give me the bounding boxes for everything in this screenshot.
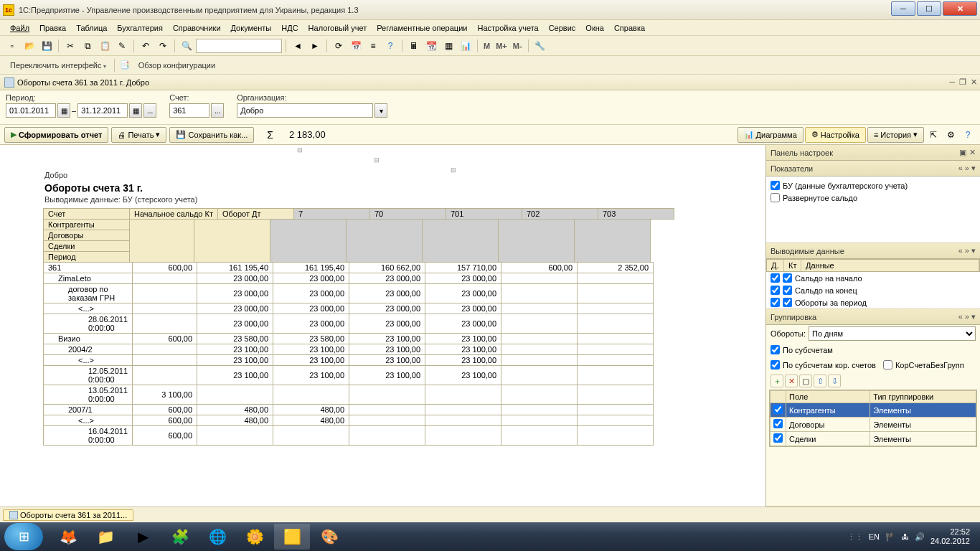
list-icon[interactable]: ≡ (365, 38, 381, 54)
doc-close-button[interactable]: ✕ (971, 77, 977, 87)
table-row[interactable]: 12.05.2011 0:00:0023 100,0023 100,0023 1… (44, 366, 654, 385)
indicator-expanded-check[interactable]: Развернутое сальдо (771, 192, 976, 204)
account-input[interactable] (169, 103, 209, 118)
menu-vat[interactable]: НДС (277, 22, 302, 34)
menu-catalogs[interactable]: Справочники (169, 22, 225, 34)
menu-setup[interactable]: Настройка учета (473, 22, 542, 34)
paste-icon[interactable]: 📋 (97, 38, 113, 54)
taskbar-chrome[interactable]: 🌐 (199, 524, 235, 550)
help-icon[interactable]: ? (382, 38, 398, 54)
taskbar-explorer[interactable]: 📁 (88, 524, 123, 550)
start-button[interactable]: ⊞ (4, 523, 43, 550)
org-input[interactable] (237, 103, 373, 118)
table-row[interactable]: 16.04.2011 0:00:00600,00 (44, 426, 654, 446)
tray-sound-icon[interactable]: 🔊 (915, 532, 925, 542)
review-config-link[interactable]: Обзор конфигурации (133, 60, 221, 71)
grouping-header[interactable]: Группировка« » ▾ (766, 309, 980, 325)
search-input[interactable] (196, 39, 282, 53)
colhdr-70[interactable]: 70 (370, 209, 446, 220)
table-row[interactable]: 13.05.2011 0:00:003 100,00 (44, 385, 654, 405)
taskbar-app-1[interactable]: 🦊 (50, 524, 86, 550)
taskbar-1c[interactable]: 🟨 (274, 524, 310, 550)
print-button[interactable]: 🖨 Печать ▾ (111, 127, 166, 143)
options-icon[interactable]: ⚙ (943, 127, 958, 143)
report-body-table[interactable]: 361600,00161 195,40161 195,40160 662,001… (43, 262, 654, 446)
grouping-grid[interactable]: ПолеТип группировки КонтрагентыЭлементы … (769, 390, 977, 447)
menu-file[interactable]: Файл (6, 22, 34, 34)
diagram-tab[interactable]: 📊 Диаграмма (738, 127, 804, 143)
cor-subaccounts-check[interactable]: По субсчетам кор. счетов (771, 359, 876, 371)
menu-help[interactable]: Справка (610, 22, 649, 34)
window-close-button[interactable]: ✕ (943, 1, 977, 16)
form-report-button[interactable]: ▶Сформировать отчет (4, 127, 108, 143)
table-row[interactable]: 2004/223 100,0023 100,0023 100,0023 100,… (44, 344, 654, 355)
period-from-input[interactable] (6, 103, 56, 118)
tray-flag-icon[interactable]: 🏴 (885, 532, 895, 542)
panel-close-icon[interactable]: ✕ (969, 148, 976, 157)
cor-nogroup-check[interactable]: КорСчетаБезГрупп (883, 359, 964, 371)
m-minus-button[interactable]: M- (511, 42, 524, 50)
tray-clock[interactable]: 22:5224.02.2012 (930, 527, 970, 546)
history-tab[interactable]: ≡ История ▾ (867, 127, 924, 143)
calc-icon[interactable]: 🖩 (406, 38, 422, 54)
refresh-icon[interactable]: ⟳ (331, 38, 347, 54)
wrench-icon[interactable]: 🔧 (532, 38, 548, 54)
panel-config-icon[interactable]: ▣ (959, 148, 966, 157)
taskbar-media[interactable]: ▶ (125, 524, 161, 550)
find-icon[interactable]: 🔍 (179, 38, 194, 54)
diagram-icon[interactable]: 📊 (458, 38, 473, 54)
fold-marker[interactable]: ⊟ (297, 146, 303, 154)
doc-minimize-button[interactable]: ─ (949, 77, 955, 87)
menu-table[interactable]: Таблица (72, 22, 111, 34)
menu-service[interactable]: Сервис (545, 22, 580, 34)
expand-icon[interactable]: ⇱ (925, 127, 941, 143)
data-row-end[interactable]: Сальдо на конец (771, 284, 976, 296)
delete-row-icon[interactable]: ✕ (785, 375, 798, 387)
tray-lang[interactable]: EN (869, 532, 880, 541)
tray-network-icon[interactable]: 🖧 (901, 532, 909, 541)
indicators-header[interactable]: Показатели« » ▾ (766, 161, 980, 176)
m-plus-button[interactable]: M+ (494, 42, 509, 50)
table-row[interactable]: 28.06.2011 0:00:0023 000,0023 000,0023 0… (44, 314, 654, 334)
date-icon[interactable]: 📆 (423, 38, 439, 54)
add-row-icon[interactable]: ＋ (771, 375, 783, 387)
table-row[interactable]: договор по заказам ГРН23 000,0023 000,00… (44, 284, 654, 303)
grid-icon[interactable]: ▦ (440, 38, 456, 54)
nav-back-icon[interactable]: ◄ (290, 38, 306, 54)
table-row[interactable]: Визио600,0023 580,0023 580,0023 100,0023… (44, 334, 654, 344)
menu-documents[interactable]: Документы (227, 22, 276, 34)
report-table[interactable]: Счет Начальное сальдо Кт Оборот Дт 7 70 … (43, 208, 674, 220)
data-row-period[interactable]: Обороты за период (771, 296, 976, 309)
window-tab[interactable]: Обороты счета 361 за 2011... (3, 509, 133, 521)
account-select-button[interactable]: ... (211, 103, 224, 118)
cut-icon[interactable]: ✂ (62, 38, 78, 54)
menu-tax[interactable]: Налоговый учет (304, 22, 372, 34)
org-dropdown-button[interactable]: ▾ (374, 103, 387, 118)
menu-edit[interactable]: Правка (35, 22, 70, 34)
period-from-picker-button[interactable]: ▦ (57, 103, 70, 118)
taskbar-paint[interactable]: 🎨 (311, 524, 347, 550)
colhdr-7[interactable]: 7 (294, 209, 370, 220)
menu-accounting[interactable]: Бухгалтерия (113, 22, 167, 34)
window-maximize-button[interactable]: ☐ (917, 1, 941, 16)
switch-interface-link[interactable]: Переключить интерфейс (4, 60, 112, 71)
move-down-icon[interactable]: ⇩ (828, 375, 841, 387)
doc-restore-button[interactable]: ❐ (959, 77, 966, 87)
table-row[interactable]: <...>23 000,0023 000,0023 000,0023 000,0… (44, 303, 654, 314)
menu-windows[interactable]: Окна (581, 22, 608, 34)
calendar-icon[interactable]: 📅 (348, 38, 364, 54)
save-as-button[interactable]: 💾 Сохранить как... (169, 127, 254, 143)
colhdr-702[interactable]: 702 (522, 209, 598, 220)
period-to-picker-button[interactable]: ▦ (129, 103, 142, 118)
undo-icon[interactable]: ↶ (138, 38, 154, 54)
table-row[interactable]: ZimaLeto23 000,0023 000,0023 000,0023 00… (44, 273, 654, 284)
fold-marker[interactable]: ⊟ (374, 156, 380, 164)
edit-row-icon[interactable]: ▢ (799, 375, 812, 387)
nav-fwd-icon[interactable]: ► (307, 38, 323, 54)
window-minimize-button[interactable]: ─ (891, 1, 915, 16)
period-to-input[interactable] (77, 103, 128, 118)
grid-row-contragents[interactable]: КонтрагентыЭлементы (771, 403, 976, 418)
period-select-button[interactable]: ... (143, 103, 156, 118)
table-row[interactable]: 2007/1600,00480,00480,00 (44, 405, 654, 415)
taskbar-app-4[interactable]: 🧩 (162, 524, 198, 550)
